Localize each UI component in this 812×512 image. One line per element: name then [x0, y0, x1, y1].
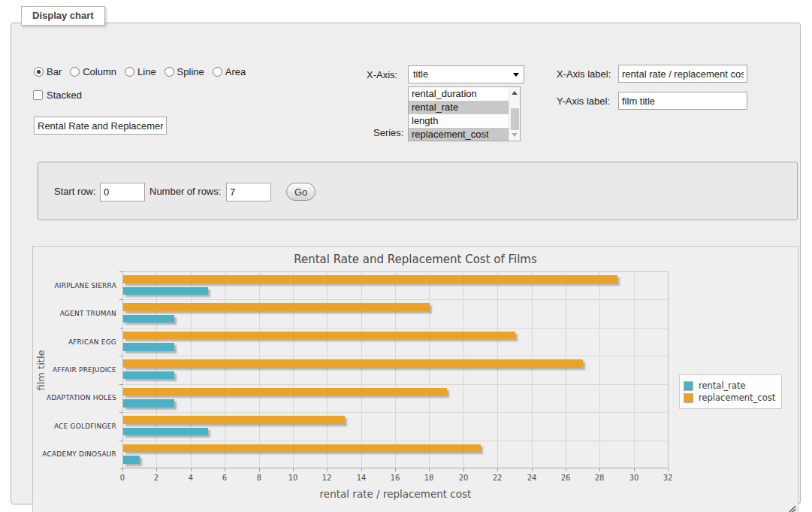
x-tick-label: 0	[110, 474, 134, 482]
x-axis-tick	[293, 468, 294, 471]
x-axis-tick	[259, 468, 260, 471]
bar-replacement_cost-airplane-sierra[interactable]	[123, 275, 617, 283]
radio-label: Bar	[47, 66, 62, 77]
chart-title-input[interactable]	[34, 117, 167, 135]
x-tick-label: 8	[247, 474, 271, 482]
radio-label: Line	[137, 66, 156, 77]
bar-rental_rate-ace-goldfinger[interactable]	[123, 428, 208, 436]
series-option-rental_rate[interactable]: rental_rate	[409, 101, 509, 114]
bar-replacement_cost-ace-goldfinger[interactable]	[123, 416, 345, 424]
radio-area[interactable]: Area	[213, 66, 246, 77]
bar-rental_rate-adaptation-holes[interactable]	[123, 399, 174, 407]
y-category-label: ADAPTATION HOLES	[33, 384, 116, 412]
x-axis-tick	[599, 468, 600, 471]
bar-replacement_cost-african-egg[interactable]	[123, 332, 515, 340]
x-tick-label: 24	[520, 474, 544, 482]
stacked-checkbox-row[interactable]: Stacked	[33, 89, 82, 101]
series-option-rental_duration[interactable]: rental_duration	[409, 87, 509, 101]
x-axis-tick	[395, 468, 396, 471]
bar-replacement_cost-adaptation-holes[interactable]	[123, 388, 447, 396]
chart-title: Rental Rate and Replacement Cost of Film…	[33, 253, 798, 266]
legend-label: replacement_cost	[699, 392, 775, 403]
y-axis-tick	[119, 356, 122, 356]
x-axis-label-field-label: X-Axis label:	[557, 68, 611, 80]
series-list-scrollbar[interactable]	[509, 87, 520, 141]
legend-item-rental_rate: rental_rate	[684, 380, 775, 391]
x-tick-label: 10	[281, 474, 305, 482]
resize-handle[interactable]	[787, 502, 796, 511]
bar-rental_rate-airplane-sierra[interactable]	[123, 287, 208, 295]
scroll-down-button[interactable]	[509, 130, 520, 141]
x-axis-tick	[668, 468, 669, 471]
x-axis-select[interactable]: title	[408, 65, 524, 83]
bar-rental_rate-academy-dinosaur[interactable]	[123, 456, 140, 464]
stacked-checkbox[interactable]	[33, 90, 43, 100]
radio-icon[interactable]	[70, 67, 80, 77]
x-axis-tick	[497, 468, 498, 471]
y-category-label: AFRICAN EGG	[33, 328, 116, 356]
scrollbar-thumb[interactable]	[511, 108, 519, 130]
plot-area-border	[122, 271, 669, 468]
y-category-label: ACADEMY DINOSAUR	[33, 441, 116, 468]
bar-replacement_cost-affair-prejudice[interactable]	[123, 359, 583, 368]
number-of-rows-input[interactable]	[226, 183, 271, 201]
y-axis-tick	[119, 271, 122, 272]
x-axis-tick	[361, 468, 362, 471]
scroll-up-button[interactable]	[509, 87, 520, 98]
go-button[interactable]: Go	[286, 183, 315, 201]
scroll-down-icon	[512, 133, 518, 137]
y-category-label: AIRPLANE SIERRA	[33, 271, 116, 299]
legend-swatch	[684, 381, 693, 391]
series-option-replacement_cost[interactable]: replacement_cost	[409, 128, 509, 141]
x-tick-label: 26	[554, 474, 578, 482]
legend-item-replacement_cost: replacement_cost	[684, 392, 775, 403]
row-controls-panel: Start row: Number of rows: Go	[38, 162, 798, 220]
chart-legend: rental_ratereplacement_cost	[679, 374, 782, 409]
y-axis-tick	[119, 384, 122, 385]
chart-container: Rental Rate and Replacement Cost of Film…	[32, 246, 798, 512]
x-axis-label: X-Axis:	[367, 69, 397, 80]
radio-column[interactable]: Column	[70, 66, 116, 77]
radio-icon[interactable]	[34, 67, 44, 77]
x-tick-label: 4	[179, 474, 203, 482]
series-option-length[interactable]: length	[409, 114, 509, 128]
radio-bar[interactable]: Bar	[34, 66, 62, 77]
x-axis-selected-value: title	[413, 68, 428, 80]
y-axis-label-field-label: Y-Axis label:	[557, 95, 610, 107]
series-multiselect[interactable]: rental_durationrental_ratelengthreplacem…	[408, 86, 521, 141]
x-axis-label-input[interactable]	[618, 65, 747, 83]
x-tick-label: 14	[349, 474, 373, 482]
radio-icon[interactable]	[125, 67, 134, 77]
x-axis-tick	[463, 468, 464, 471]
x-axis-tick	[429, 468, 430, 471]
y-axis-tick	[119, 412, 122, 413]
bar-rental_rate-affair-prejudice[interactable]	[123, 371, 174, 380]
y-axis-tick	[119, 441, 122, 441]
x-tick-label: 30	[622, 474, 646, 482]
legend-label: rental_rate	[699, 380, 746, 391]
bar-replacement_cost-academy-dinosaur[interactable]	[123, 444, 481, 453]
series-label: Series:	[373, 127, 403, 138]
radio-label: Spline	[177, 66, 204, 77]
x-axis-tick	[122, 468, 123, 471]
bar-replacement_cost-agent-truman[interactable]	[123, 303, 430, 311]
radio-icon[interactable]	[165, 67, 174, 77]
start-row-input[interactable]	[100, 183, 145, 201]
bar-rental_rate-agent-truman[interactable]	[123, 315, 174, 323]
x-tick-label: 28	[587, 474, 611, 482]
stacked-label: Stacked	[47, 89, 82, 101]
x-tick-label: 16	[383, 474, 407, 482]
x-axis-tick	[191, 468, 192, 471]
y-axis-label-input[interactable]	[618, 92, 747, 110]
y-axis-tick	[119, 299, 122, 300]
panel-title: Display chart	[21, 6, 105, 26]
radio-label: Column	[83, 66, 116, 77]
radio-spline[interactable]: Spline	[165, 66, 204, 77]
scroll-up-icon	[512, 91, 518, 95]
x-tick-label: 22	[485, 474, 509, 482]
number-of-rows-label: Number of rows:	[149, 186, 221, 197]
bar-rental_rate-african-egg[interactable]	[123, 343, 174, 351]
x-axis-tick	[225, 468, 225, 471]
radio-line[interactable]: Line	[125, 66, 156, 77]
radio-icon[interactable]	[213, 67, 222, 77]
